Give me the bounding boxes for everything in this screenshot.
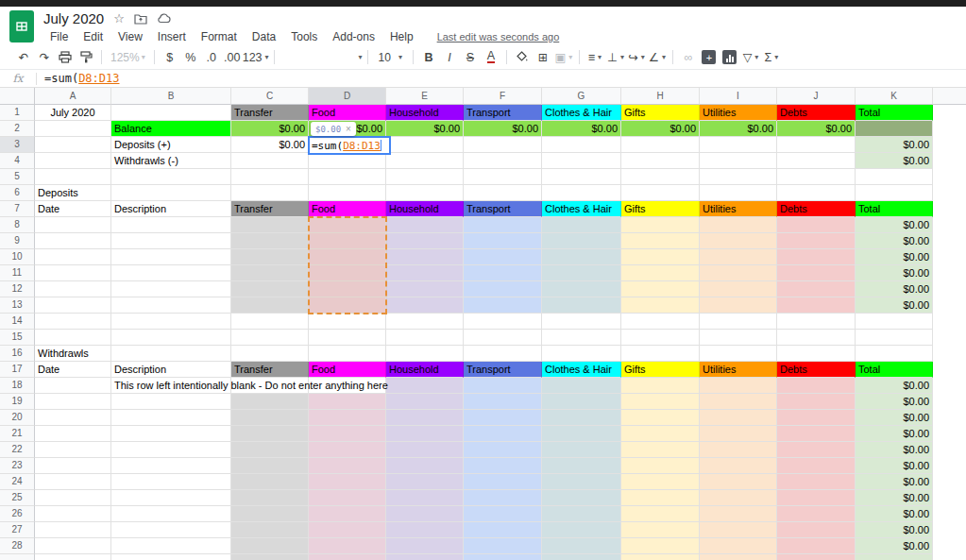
- cell-H26[interactable]: [621, 506, 700, 522]
- cell-E6[interactable]: [386, 185, 464, 201]
- cell-K12[interactable]: $0.00: [856, 281, 933, 297]
- cell-A22[interactable]: [35, 442, 111, 458]
- cell-J23[interactable]: [777, 458, 856, 474]
- zoom-select[interactable]: 125%▾: [107, 51, 149, 64]
- cell-A29[interactable]: [35, 554, 111, 560]
- cell-B24[interactable]: [111, 474, 231, 490]
- formula-bar[interactable]: fx =sum(D8:D13: [0, 70, 966, 88]
- chip-close-icon[interactable]: ×: [346, 124, 351, 134]
- cell-B14[interactable]: [111, 314, 231, 330]
- cell-K11[interactable]: $0.00: [856, 265, 933, 281]
- cell-J7[interactable]: Debts: [777, 201, 856, 217]
- cell-H23[interactable]: [621, 458, 700, 474]
- cell-F27[interactable]: [464, 522, 542, 538]
- cell-I3[interactable]: [700, 137, 777, 153]
- print-button[interactable]: [55, 47, 76, 68]
- cell-E8[interactable]: [386, 217, 464, 233]
- cell-I20[interactable]: [700, 410, 777, 426]
- filter-button[interactable]: ▽▾: [740, 47, 761, 68]
- cell-G9[interactable]: [542, 233, 621, 249]
- italic-button[interactable]: I: [439, 47, 460, 68]
- cell-K7[interactable]: Total: [856, 201, 933, 217]
- cell-K17[interactable]: Total: [856, 362, 933, 378]
- cell-B10[interactable]: [111, 249, 231, 265]
- row-header-23[interactable]: 23: [0, 458, 35, 474]
- cell-A7[interactable]: Date: [35, 201, 111, 217]
- column-header-J[interactable]: J: [777, 88, 856, 105]
- cell-E26[interactable]: [386, 506, 464, 522]
- cell-C10[interactable]: [231, 249, 309, 265]
- cell-G14[interactable]: [542, 314, 621, 330]
- cell-J3[interactable]: [777, 137, 856, 153]
- cell-G10[interactable]: [542, 249, 621, 265]
- cell-K19[interactable]: $0.00: [856, 394, 933, 410]
- cell-C3[interactable]: $0.00: [231, 137, 309, 153]
- cell-C23[interactable]: [231, 458, 309, 474]
- cell-J24[interactable]: [777, 474, 856, 490]
- cell-K22[interactable]: $0.00: [856, 442, 933, 458]
- cell-I27[interactable]: [700, 522, 777, 538]
- cell-C2[interactable]: $0.00: [231, 121, 309, 137]
- cell-J29[interactable]: [777, 554, 856, 560]
- cell-A9[interactable]: [35, 233, 111, 249]
- cell-E27[interactable]: [386, 522, 464, 538]
- cell-F8[interactable]: [464, 217, 542, 233]
- cell-A26[interactable]: [35, 506, 111, 522]
- cell-A18[interactable]: [35, 378, 111, 394]
- cell-B12[interactable]: [111, 281, 231, 297]
- cell-D29[interactable]: [309, 554, 386, 560]
- cell-I2[interactable]: $0.00: [700, 121, 777, 137]
- more-formats-button[interactable]: 123▾: [243, 47, 269, 68]
- cell-D21[interactable]: [309, 426, 386, 442]
- cell-C17[interactable]: Transfer: [231, 362, 309, 378]
- cell-D26[interactable]: [309, 506, 386, 522]
- decrease-decimals-button[interactable]: .0: [201, 47, 222, 68]
- cell-A3[interactable]: [35, 137, 111, 153]
- cell-E29[interactable]: [386, 554, 464, 560]
- cell-C22[interactable]: [231, 442, 309, 458]
- cloud-status-icon[interactable]: [157, 13, 171, 24]
- cell-B21[interactable]: [111, 426, 231, 442]
- row-header-4[interactable]: 4: [0, 153, 35, 169]
- merge-cells-button[interactable]: ▣▾: [553, 47, 574, 68]
- cell-I4[interactable]: [700, 153, 777, 169]
- font-family-select[interactable]: ▾: [280, 53, 363, 61]
- cell-K2[interactable]: [856, 121, 933, 137]
- cell-F13[interactable]: [464, 297, 542, 314]
- cell-H25[interactable]: [621, 490, 700, 506]
- cell-I6[interactable]: [700, 185, 777, 201]
- cell-K3[interactable]: $0.00: [856, 137, 933, 153]
- column-header-D[interactable]: D: [309, 88, 386, 105]
- cell-C11[interactable]: [231, 265, 309, 281]
- cell-C27[interactable]: [231, 522, 309, 538]
- cell-I29[interactable]: [700, 554, 777, 560]
- cell-A23[interactable]: [35, 458, 111, 474]
- cell-A14[interactable]: [35, 314, 111, 330]
- cell-D19[interactable]: [309, 394, 386, 410]
- cell-E9[interactable]: [386, 233, 464, 249]
- cell-G4[interactable]: [542, 153, 621, 169]
- cell-F3[interactable]: [464, 137, 542, 153]
- cell-E28[interactable]: [386, 538, 464, 554]
- cell-J17[interactable]: Debts: [777, 362, 856, 378]
- format-currency-button[interactable]: $: [160, 47, 180, 68]
- cell-F29[interactable]: [464, 554, 542, 560]
- row-header-24[interactable]: 24: [0, 474, 35, 490]
- cell-H4[interactable]: [621, 153, 700, 169]
- cell-H12[interactable]: [621, 281, 700, 297]
- cell-J15[interactable]: [777, 330, 856, 346]
- cell-K23[interactable]: $0.00: [856, 458, 933, 474]
- cell-G11[interactable]: [542, 265, 621, 281]
- cell-B11[interactable]: [111, 265, 231, 281]
- cell-A25[interactable]: [35, 490, 111, 506]
- cell-H16[interactable]: [621, 346, 700, 362]
- cell-K16[interactable]: [856, 346, 933, 362]
- cell-D17[interactable]: Food: [309, 362, 386, 378]
- cell-K29[interactable]: [856, 554, 933, 560]
- cell-C1[interactable]: Transfer: [231, 105, 309, 121]
- cell-editor-D3[interactable]: =sum(D8:D13: [308, 136, 391, 155]
- cell-H13[interactable]: [621, 297, 700, 314]
- cell-F2[interactable]: $0.00: [464, 121, 542, 137]
- cell-E14[interactable]: [386, 314, 464, 330]
- borders-button[interactable]: ⊞: [533, 47, 553, 68]
